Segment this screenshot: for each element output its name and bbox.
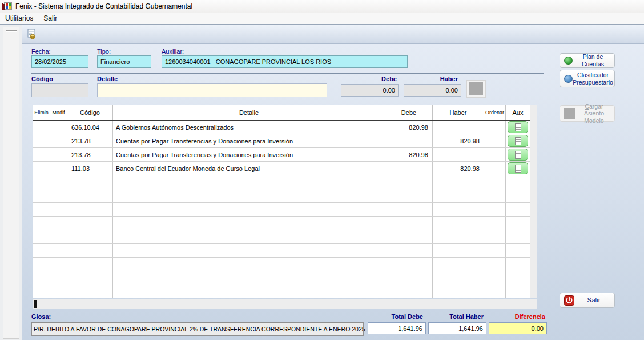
title-bar: Fenix - Sistema Integrado de Contabilida… (0, 0, 644, 13)
ledger-row-empty (33, 244, 530, 258)
cell-ordenar (484, 258, 506, 271)
cell-codigo (67, 271, 113, 285)
ledger-row[interactable]: 111.03Banco Central del Ecuador Moneda d… (33, 162, 530, 175)
auxiliar-field[interactable]: 1260034040001 CONAGOPARE PROVINCIAL LOS … (162, 55, 408, 68)
menu-utilitarios[interactable]: Utilitarios (0, 13, 38, 23)
ledger-row[interactable]: 213.78Cuentas por Pagar Transferencias y… (33, 134, 530, 148)
cell-elimin (33, 189, 50, 202)
toolbar (22, 25, 644, 44)
cell-ordenar (484, 134, 506, 147)
cell-modif (50, 271, 67, 285)
document-lines-icon (515, 151, 521, 159)
application-icon (2, 2, 12, 11)
cell-aux (506, 258, 530, 271)
cell-debe: 820.98 (385, 148, 433, 161)
collapsed-side-panel[interactable] (3, 27, 19, 339)
cell-debe (385, 217, 433, 230)
header-elimin: Elimin (33, 105, 50, 120)
cell-elimin (33, 203, 50, 216)
menu-bar: Utilitarios Salir (0, 13, 644, 24)
clasificador-presupuestario-button[interactable]: Clasificador Presupuestario (560, 70, 615, 87)
tipo-field[interactable]: Financiero (97, 55, 151, 68)
auxiliar-label: Auxiliar: (162, 48, 184, 55)
document-lines-icon (515, 123, 521, 131)
cell-haber: 820.98 (433, 134, 484, 147)
cell-ordenar (484, 244, 506, 257)
cell-debe (385, 175, 433, 189)
power-icon (564, 295, 574, 306)
fecha-label: Fecha: (31, 48, 51, 55)
cell-ordenar (484, 162, 506, 175)
cell-elimin (33, 121, 50, 134)
cell-codigo (67, 285, 113, 298)
ledger-row[interactable]: 636.10.04A Gobiernos Autónomos Descentra… (33, 121, 530, 134)
cell-codigo: 213.78 (67, 148, 113, 161)
cell-debe: 820.98 (385, 121, 433, 134)
aux-detail-button[interactable] (508, 162, 528, 174)
cell-elimin (33, 217, 50, 230)
window-title: Fenix - Sistema Integrado de Contabilida… (15, 2, 192, 10)
glosa-label: Glosa: (31, 313, 51, 320)
cell-haber (433, 189, 484, 202)
ledger-table-body: 636.10.04A Gobiernos Autónomos Descentra… (33, 121, 530, 298)
plan-de-cuentas-button[interactable]: Plan de Cuentas (560, 53, 615, 68)
cell-elimin (33, 162, 50, 175)
header-detalle: Detalle (113, 105, 385, 120)
debe-label: Debe (365, 75, 397, 82)
cell-debe (385, 203, 433, 216)
cell-detalle (113, 244, 385, 257)
cell-codigo: 636.10.04 (67, 121, 113, 134)
new-entry-tool-button[interactable] (25, 28, 39, 42)
cell-codigo (67, 244, 113, 257)
separator-line (31, 73, 544, 74)
cell-haber (433, 258, 484, 271)
document-lines-icon (515, 137, 521, 145)
cell-elimin (33, 175, 50, 189)
cell-detalle (113, 271, 385, 285)
cell-modif (50, 244, 67, 257)
detalle-label: Detalle (97, 75, 118, 82)
ledger-table: Elimin Modif Código Detalle Debe Haber O… (33, 105, 537, 298)
aux-detail-button[interactable] (508, 149, 528, 161)
header-ordenar: Ordenar (484, 105, 506, 120)
green-sphere-icon (564, 57, 573, 65)
aux-detail-button[interactable] (508, 135, 528, 147)
haber-label: Haber (426, 75, 458, 82)
cell-haber (433, 285, 484, 298)
cell-detalle (113, 175, 385, 189)
total-haber-label: Total Haber (428, 313, 484, 320)
cell-detalle (113, 217, 385, 230)
detalle-input[interactable] (97, 83, 327, 97)
cell-codigo (67, 258, 113, 271)
salir-button[interactable]: Salir (560, 293, 615, 308)
codigo-input[interactable] (31, 83, 88, 97)
cell-debe (385, 258, 433, 271)
vertical-scrollbar[interactable] (530, 105, 537, 298)
panel-grip-handle[interactable] (6, 30, 17, 32)
add-line-button[interactable] (466, 80, 486, 98)
clasificador-label: Clasificador Presupuestario (573, 71, 614, 86)
aux-detail-button[interactable] (508, 121, 528, 133)
horizontal-scrollbar[interactable] (33, 299, 537, 309)
cell-ordenar (484, 271, 506, 285)
cell-debe (385, 230, 433, 243)
ledger-row[interactable]: 213.78Cuentas por Pagar Transferencias y… (33, 148, 530, 162)
cell-codigo (67, 203, 113, 216)
cell-modif (50, 285, 67, 298)
cell-haber (433, 230, 484, 243)
cell-aux (506, 148, 530, 161)
total-debe-label: Total Debe (368, 313, 423, 320)
haber-input[interactable]: 0.00 (404, 84, 461, 97)
cell-modif (50, 258, 67, 271)
debe-input[interactable]: 0.00 (341, 84, 399, 97)
horizontal-scrollbar-thumb[interactable] (34, 300, 37, 308)
header-debe: Debe (385, 105, 433, 120)
fecha-field[interactable]: 28/02/2025 (31, 55, 88, 68)
menu-salir[interactable]: Salir (38, 13, 62, 23)
cell-aux (506, 217, 530, 230)
total-haber-field: 1,641.96 (428, 322, 486, 334)
cell-debe (385, 271, 433, 285)
header-haber: Haber (433, 105, 484, 120)
glosa-input[interactable]: P/R. DEBITO A FAVOR DE CONAGOPARE PROVIN… (31, 322, 364, 336)
cell-detalle (113, 230, 385, 243)
